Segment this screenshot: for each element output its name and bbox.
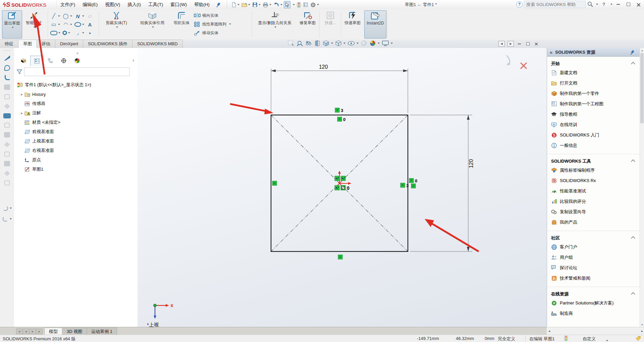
polygon-tool[interactable]: [62, 29, 74, 37]
cancel-sketch-icon[interactable]: [521, 63, 526, 68]
link-partner-solutions[interactable]: Partner Solutions(解决方案): [551, 298, 636, 308]
menu-view[interactable]: 视图(V): [101, 0, 124, 9]
link-open-document[interactable]: 打开文档: [551, 78, 636, 88]
minimize-button[interactable]: [614, 1, 623, 8]
link-new-document[interactable]: 新建文档: [551, 67, 636, 78]
menu-edit[interactable]: 编辑(E): [79, 0, 101, 9]
point-tool[interactable]: ▪: [87, 29, 98, 37]
spline-tool[interactable]: N: [74, 12, 86, 20]
featuremanager-tab[interactable]: [17, 55, 30, 66]
previous-view-button[interactable]: [305, 40, 312, 47]
link-solidworks-rx[interactable]: SOLIDWORKS Rx: [551, 175, 636, 186]
constraint-zero-top[interactable]: 0: [337, 117, 345, 122]
link-general-info[interactable]: 一般信息: [551, 140, 636, 151]
panel-splitter-dot[interactable]: [76, 52, 78, 54]
left-tool-flyout[interactable]: [0, 206, 14, 211]
scroll-down-icon[interactable]: ▼: [640, 322, 644, 327]
expand-arrow-icon[interactable]: ▸: [19, 111, 24, 115]
tab-mbd[interactable]: SOLIDWORKS MBD: [132, 40, 183, 48]
apply-scene-button[interactable]: [369, 40, 380, 47]
tree-root-part[interactable]: 零件1 (默认<<默认>_显示状态 1>): [14, 80, 135, 90]
constraint-left-mid[interactable]: [272, 181, 277, 185]
edit-appearance-button[interactable]: [361, 40, 367, 47]
collapse-pane-icon[interactable]: «: [550, 49, 552, 55]
link-first-drawing[interactable]: 制作我的第一个工程图: [551, 99, 636, 109]
fillet-tool[interactable]: ◞: [74, 29, 86, 37]
tab-3d-views[interactable]: 3D 视图: [62, 328, 87, 335]
select-tool-flyout[interactable]: [291, 3, 296, 6]
convert-entities-button[interactable]: 转换实体引用: [133, 10, 171, 38]
tree-item-history[interactable]: ▸ History: [14, 90, 135, 99]
task-pane-pin-icon[interactable]: [630, 50, 635, 55]
help-menu-button[interactable]: ?: [599, 1, 608, 8]
text-tool[interactable]: A: [87, 20, 98, 28]
instant2d-button[interactable]: Instant2D: [364, 10, 386, 39]
link-tech-alerts-news[interactable]: 技术警戒和新闻: [551, 273, 636, 283]
previous-window-button[interactable]: ◀: [498, 41, 505, 47]
collapse-section-icon[interactable]: [631, 159, 635, 164]
tree-item-origin[interactable]: 原点: [14, 155, 135, 165]
scroll-right-icon[interactable]: ▶: [640, 329, 644, 334]
rapid-sketch-button[interactable]: 快速草图: [343, 10, 362, 38]
task-pane-hscrollbar[interactable]: ◀ ▶: [547, 327, 644, 335]
restore-button[interactable]: [624, 1, 633, 8]
scroll-up-icon[interactable]: ▲: [640, 48, 644, 53]
link-first-part[interactable]: 制作我的第一个零件: [551, 88, 636, 99]
link-copy-settings-wizard[interactable]: 复制设置向导: [551, 207, 636, 217]
link-discussion-forum[interactable]: 探讨论坛: [551, 263, 636, 273]
collapse-section-icon[interactable]: [631, 292, 635, 296]
link-performance-benchmark[interactable]: 性能基准测试: [551, 186, 636, 196]
left-tool-icon[interactable]: [4, 55, 10, 61]
tab-evaluate[interactable]: 评估: [37, 40, 55, 48]
help-menu-arrow[interactable]: [610, 4, 612, 5]
dimension-width-label[interactable]: 120: [319, 64, 328, 70]
doc-restore-button[interactable]: [525, 41, 531, 46]
link-online-training[interactable]: 在线培训: [551, 119, 636, 130]
options-list-button[interactable]: [302, 1, 309, 8]
constraint-equal-top[interactable]: 3: [335, 108, 343, 113]
menu-tools[interactable]: 工具(T): [145, 0, 167, 9]
line-tool[interactable]: ╱: [50, 12, 62, 20]
tab-model[interactable]: 模型: [44, 328, 62, 335]
exit-sketch-button[interactable]: 退出草图: [2, 10, 22, 39]
view-settings-button[interactable]: [382, 40, 393, 47]
last-tab-button[interactable]: ▶: [36, 329, 43, 334]
strip-drag-handle[interactable]: [3, 50, 11, 51]
close-button[interactable]: [634, 1, 643, 8]
expand-arrow-icon[interactable]: ▸: [19, 92, 24, 97]
arc-tool[interactable]: ◠: [62, 20, 74, 28]
panel-expand-arrow[interactable]: ›: [132, 57, 134, 63]
repair-sketch-button[interactable]: 修复草图: [297, 10, 318, 38]
offset-entities-button[interactable]: 等距实体: [172, 10, 191, 38]
linear-pattern-flyout[interactable]: [229, 23, 231, 25]
tree-item-top-plane[interactable]: 上视基准面: [14, 136, 135, 146]
smart-dimension-flyout[interactable]: [34, 26, 36, 28]
custom-dropdown[interactable]: 自定义: [583, 336, 596, 342]
search-input[interactable]: [524, 1, 586, 8]
collapse-section-icon[interactable]: [631, 62, 635, 66]
hide-show-items-button[interactable]: [347, 40, 359, 47]
section-view-button[interactable]: [314, 40, 321, 47]
display-delete-relations-button[interactable]: 显示/删除几何关系: [254, 10, 296, 38]
first-tab-button[interactable]: ◀: [16, 329, 22, 334]
display-style-button[interactable]: [335, 40, 345, 47]
search-options-arrow[interactable]: [596, 4, 598, 5]
circle-tool[interactable]: ◯: [62, 12, 74, 20]
link-customer-portal[interactable]: 客户门户: [551, 242, 636, 252]
convert-entities-flyout[interactable]: [152, 26, 154, 28]
select-tool-button[interactable]: [284, 1, 290, 8]
smart-dimension-button[interactable]: 智能尺寸: [23, 10, 45, 38]
menu-file[interactable]: 文件(F): [57, 0, 79, 9]
tab-motion-study[interactable]: 运动算例 1: [87, 328, 117, 335]
task-pane-vscrollbar[interactable]: ▲ ▼: [640, 48, 644, 327]
tree-item-right-plane[interactable]: 右视基准面: [14, 146, 135, 155]
tree-filter-input[interactable]: [24, 67, 129, 76]
left-tool-icon[interactable]: [5, 75, 10, 80]
prev-tab-button[interactable]: ◀: [23, 329, 29, 334]
constraint-right-mid[interactable]: 0 3: [400, 178, 417, 188]
zoom-to-area-button[interactable]: [297, 40, 303, 47]
menu-window[interactable]: 窗口(W): [167, 0, 191, 9]
doc-close-button[interactable]: [533, 41, 539, 46]
settings-button[interactable]: [310, 1, 320, 8]
link-sw-introduction[interactable]: SOLIDWORKS 入门: [551, 130, 636, 140]
